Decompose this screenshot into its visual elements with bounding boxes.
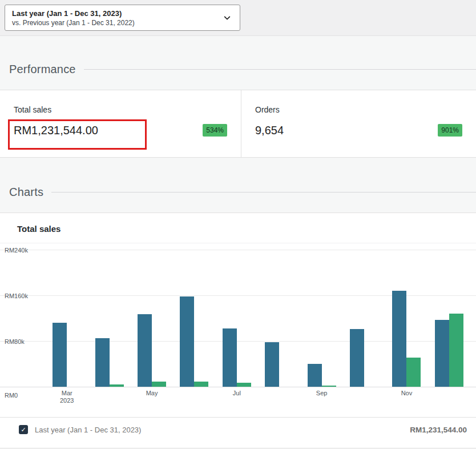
bar-group-mar: [46, 323, 88, 387]
date-range-secondary: vs. Previous year (Jan 1 - Dec 31, 2022): [12, 18, 135, 27]
bar-group-may: [131, 314, 173, 387]
filter-bar: Last year (Jan 1 - Dec 31, 2023) vs. Pre…: [0, 0, 476, 36]
indicator-total-sales: Total sales RM1,231,544.00 534%: [0, 90, 241, 157]
charts-section-header: Charts: [0, 185, 476, 199]
performance-section-header: Performance: [0, 62, 476, 76]
bar-group-nov: [385, 291, 427, 387]
chevron-down-icon: [223, 13, 232, 22]
chart-bar: [308, 364, 322, 387]
indicator-value: 9,654: [255, 123, 284, 138]
legend-checkbox[interactable]: ✓: [19, 425, 28, 434]
chart-bar: [180, 296, 194, 387]
y-axis-tick: RM160k: [5, 292, 28, 300]
indicator-value-row: 9,654 901%: [255, 123, 462, 138]
indicator-orders: Orders 9,654 901%: [241, 90, 476, 157]
heading-rule: [84, 69, 476, 70]
chart-bar: [138, 314, 152, 387]
legend-label: Last year (Jan 1 - Dec 31, 2023): [35, 426, 141, 434]
chart-bar: [223, 328, 237, 387]
date-range-select[interactable]: Last year (Jan 1 - Dec 31, 2023) vs. Pre…: [5, 5, 240, 31]
indicator-label: Orders: [255, 105, 462, 114]
chart-bar: [95, 338, 110, 387]
x-axis-tick: [88, 390, 130, 417]
bar-group-sep: [300, 364, 342, 387]
heading-rule: [51, 192, 476, 193]
bar-group-dec: [428, 314, 470, 387]
total-sales-chart: RM0RM80kRM160kRM240k Mar2023MayJulSepNov: [0, 243, 476, 417]
x-axis-tick: [258, 390, 300, 417]
y-axis-tick: RM0: [5, 391, 18, 399]
total-sales-chart-card: Total sales RM0RM80kRM160kRM240k Mar2023…: [0, 213, 476, 448]
x-axis-tick: Sep: [300, 390, 342, 417]
indicator-delta-badge: 901%: [438, 124, 462, 137]
performance-indicators-panel: Total sales RM1,231,544.00 534% Orders 9…: [0, 90, 476, 158]
indicator-delta-badge: 534%: [203, 124, 227, 137]
performance-heading: Performance: [9, 62, 76, 76]
indicator-label: Total sales: [14, 105, 227, 114]
legend-total-value: RM1,231,544.00: [410, 426, 467, 434]
chart-bar: [406, 358, 421, 387]
chart-bars: [46, 243, 470, 387]
chart-bar: [152, 382, 166, 387]
chart-bar: [237, 383, 251, 387]
chart-bar: [350, 329, 364, 387]
chart-bar: [265, 342, 279, 387]
bar-group-jul: [216, 328, 258, 387]
analytics-page: Last year (Jan 1 - Dec 31, 2023) vs. Pre…: [0, 0, 476, 448]
chart-bar: [392, 291, 406, 387]
date-range-primary: Last year (Jan 1 - Dec 31, 2023): [12, 9, 135, 18]
x-axis-tick: May: [131, 390, 173, 417]
chart-bar: [53, 323, 67, 387]
chart-bar: [449, 314, 463, 387]
chart-bar: [110, 384, 124, 387]
y-axis-tick: RM240k: [5, 246, 28, 254]
chart-plot: RM0RM80kRM160kRM240k: [0, 243, 476, 387]
indicator-value: RM1,231,544.00: [14, 123, 98, 138]
chart-bar: [194, 382, 208, 387]
bar-group-aug: [258, 342, 300, 387]
x-axis-tick: Nov: [385, 390, 427, 417]
bar-group-jun: [173, 296, 215, 387]
chart-title: Total sales: [0, 213, 476, 243]
indicator-value-row: RM1,231,544.00 534%: [14, 123, 227, 138]
chart-legend: ✓ Last year (Jan 1 - Dec 31, 2023) RM1,2…: [0, 417, 476, 448]
date-range-text: Last year (Jan 1 - Dec 31, 2023) vs. Pre…: [12, 9, 135, 27]
bar-group-apr: [88, 338, 130, 387]
x-axis-tick: [343, 390, 385, 417]
y-axis-tick: RM80k: [5, 338, 25, 346]
chart-bar: [435, 320, 449, 387]
x-axis-tick: Jul: [216, 390, 258, 417]
gridline: [0, 387, 476, 387]
chart-bar: [322, 386, 336, 387]
x-axis-tick: Mar2023: [46, 390, 88, 417]
charts-heading: Charts: [9, 185, 43, 199]
x-axis-tick: [173, 390, 215, 417]
bar-group-oct: [343, 329, 385, 387]
x-axis-tick: [428, 390, 470, 417]
check-icon: ✓: [21, 427, 26, 433]
chart-x-axis: Mar2023MayJulSepNov: [46, 390, 470, 417]
